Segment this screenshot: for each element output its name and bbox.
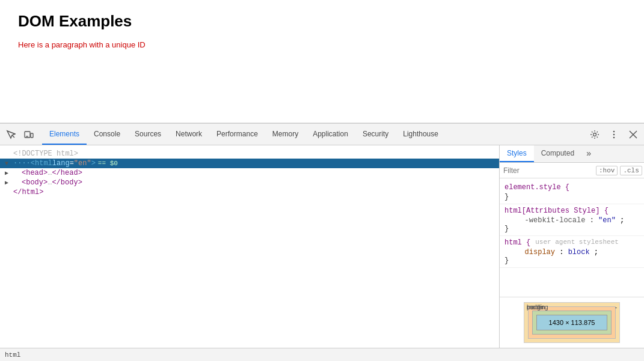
svg-rect-2	[31, 133, 33, 138]
tab-computed[interactable]: Computed	[534, 145, 581, 162]
tab-styles[interactable]: Styles	[500, 145, 534, 162]
dom-doctype-text: <!DOCTYPE html>	[13, 150, 78, 158]
styles-filter-bar: :hov .cls +	[500, 163, 644, 178]
box-border: border - padding - 1430 × 113.875	[528, 306, 616, 339]
dom-head-triangle[interactable]: ▶	[5, 169, 13, 177]
svg-point-4	[593, 133, 596, 136]
style-comment-ua: user agent stylesheet	[535, 238, 619, 248]
style-rule-element: element.style { }	[500, 181, 644, 204]
toolbar-right	[586, 126, 642, 143]
page-content: DOM Examples Here is a paragraph with a …	[0, 0, 644, 123]
settings-button[interactable]	[586, 126, 603, 143]
dom-html-close-tag: >	[91, 159, 96, 168]
display-semi: ;	[594, 248, 598, 256]
style-selector-row-html-ua: html { user agent stylesheet	[504, 238, 639, 248]
devtools-toolbar: Elements Console Sources Network Perform…	[0, 124, 644, 145]
dom-head-tag: <head>	[22, 169, 48, 177]
dom-panel[interactable]: <!DOCTYPE html> ▼ ···· <html lang = "en"…	[0, 145, 500, 348]
dom-html-equals: =	[70, 159, 74, 168]
inspect-button[interactable]	[2, 126, 19, 143]
display-prop: display	[512, 248, 555, 256]
page-title: DOM Examples	[18, 12, 626, 31]
hov-button[interactable]: :hov	[596, 166, 618, 175]
style-selector-html-attrs: html[Attributes Style] {	[504, 207, 639, 215]
status-bar: html	[0, 348, 644, 361]
page-paragraph: Here is a paragraph with a unique ID	[18, 40, 626, 49]
style-selector-element: element.style {	[504, 183, 639, 192]
status-breadcrumb: html	[5, 351, 20, 359]
styles-tab-more[interactable]: »	[581, 145, 596, 162]
padding-dash: -	[615, 304, 617, 311]
style-close-html-attrs: }	[504, 225, 639, 233]
svg-point-7	[613, 136, 615, 138]
close-button[interactable]	[625, 126, 642, 143]
dom-html-closing-tag: </html>	[13, 188, 43, 196]
style-body-html-ua: display : block ;	[504, 248, 639, 256]
svg-line-0	[12, 135, 14, 138]
svg-point-5	[613, 130, 615, 132]
box-model: margin - border - padding - 1430 × 113.8…	[524, 302, 620, 343]
tab-network[interactable]: Network	[168, 124, 209, 145]
device-toggle-button[interactable]	[20, 126, 37, 143]
style-close-element: }	[504, 193, 639, 201]
webkit-locale-val: "en"	[598, 216, 616, 225]
styles-content[interactable]: element.style { } html[Attributes Style]…	[500, 178, 644, 297]
box-margin: margin - border - padding - 1430 × 113.8…	[524, 302, 620, 343]
dom-html-dots: ····	[13, 159, 31, 168]
dom-line-head[interactable]: ▶ <head> … </head>	[0, 168, 499, 178]
dom-body-ellipsis: …	[48, 178, 52, 187]
toolbar-icon-group	[2, 126, 37, 143]
dom-html-attr-val: "en"	[74, 159, 91, 168]
tab-elements[interactable]: Elements	[42, 124, 87, 145]
dom-head-close: </head>	[52, 169, 82, 177]
dom-html-attr-lang: lang	[52, 159, 70, 168]
box-content-dimensions: 1430 × 113.875	[549, 319, 595, 326]
devtools-panel: Elements Console Sources Network Perform…	[0, 123, 644, 361]
more-button[interactable]	[606, 126, 622, 143]
style-rule-html-attrs: html[Attributes Style] { -webkit-locale …	[500, 204, 644, 236]
styles-filter-input[interactable]	[503, 166, 593, 175]
dom-html-open-tag: <html	[31, 159, 52, 168]
style-rule-html-ua: html { user agent stylesheet display : b…	[500, 236, 644, 268]
styles-tabs: Styles Computed »	[500, 145, 644, 163]
dom-head-ellipsis: …	[48, 169, 52, 177]
tab-memory[interactable]: Memory	[265, 124, 305, 145]
devtools-main: <!DOCTYPE html> ▼ ···· <html lang = "en"…	[0, 145, 644, 348]
tab-application[interactable]: Application	[305, 124, 355, 145]
tab-lighthouse[interactable]: Lighthouse	[396, 124, 446, 145]
styles-panel: Styles Computed » :hov .cls +	[500, 145, 644, 348]
dom-expand-triangle[interactable]: ▼	[5, 160, 13, 167]
style-close-html-ua: }	[504, 256, 639, 265]
dom-pseudo-indicator: == $0	[98, 160, 118, 167]
box-content: 1430 × 113.875	[536, 315, 607, 330]
style-body-html-attrs: -webkit-locale : "en" ;	[504, 216, 639, 225]
tab-sources[interactable]: Sources	[127, 124, 168, 145]
box-padding: padding - 1430 × 113.875	[532, 311, 612, 335]
dom-line-body[interactable]: ▶ <body> … </body>	[0, 178, 499, 187]
dom-line-doctype: <!DOCTYPE html>	[0, 149, 499, 159]
webkit-locale-colon: :	[590, 216, 598, 225]
webkit-locale-semi: ;	[620, 216, 624, 225]
dom-body-close: </body>	[52, 178, 82, 187]
dom-body-tag: <body>	[22, 178, 48, 187]
box-model-container: margin - border - padding - 1430 × 113.8…	[500, 297, 644, 348]
dom-line-html-close: </html>	[0, 187, 499, 197]
tab-performance[interactable]: Performance	[209, 124, 265, 145]
padding-label: padding	[527, 304, 548, 311]
tab-console[interactable]: Console	[87, 124, 127, 145]
display-colon: :	[559, 248, 568, 256]
display-val: block	[568, 248, 590, 256]
dom-line-html[interactable]: ▼ ···· <html lang = "en" > == $0	[0, 159, 499, 168]
svg-point-6	[613, 133, 615, 135]
devtools-tabs: Elements Console Sources Network Perform…	[42, 124, 446, 145]
tab-security[interactable]: Security	[355, 124, 396, 145]
dom-body-triangle[interactable]: ▶	[5, 179, 13, 186]
style-selector-html-ua: html {	[504, 238, 530, 247]
webkit-locale-prop: -webkit-locale	[512, 216, 585, 225]
cls-button[interactable]: .cls	[620, 166, 642, 175]
